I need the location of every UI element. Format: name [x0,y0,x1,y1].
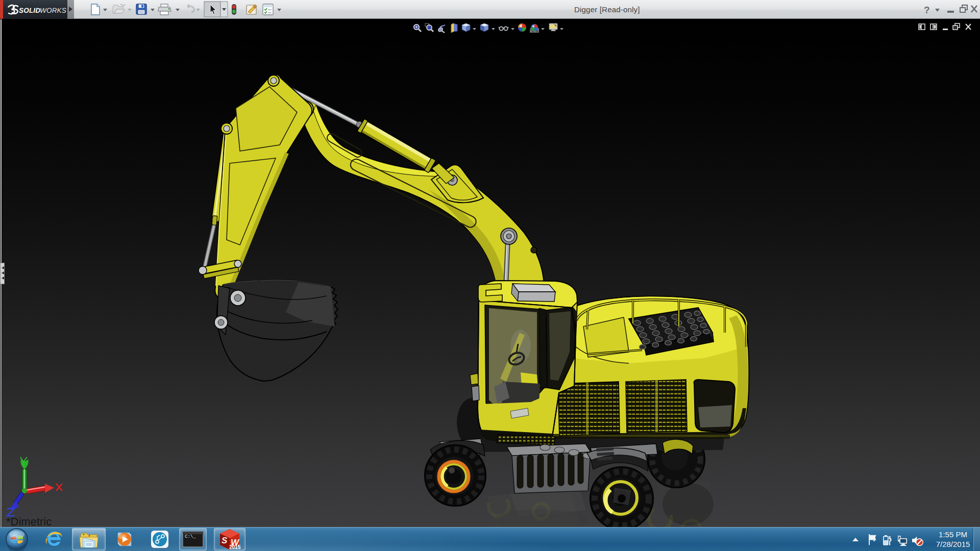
svg-text:C:\_: C:\_ [185,534,196,539]
svg-text:?: ? [924,5,930,15]
svg-text:SOLID: SOLID [19,7,40,14]
svg-text:2015: 2015 [229,544,241,550]
svg-text:S: S [222,536,228,545]
svg-text:WORKS: WORKS [40,7,66,14]
